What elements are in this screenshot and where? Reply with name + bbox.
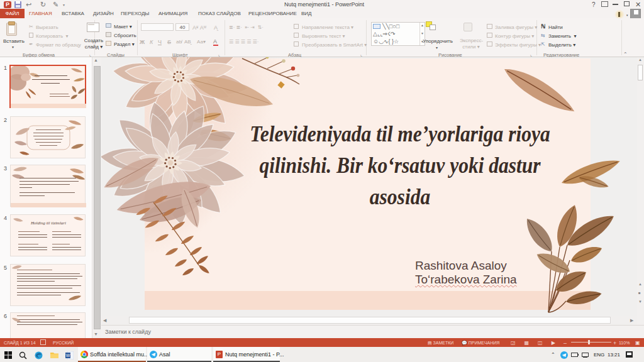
svg-text:W: W [66, 353, 70, 358]
svg-text:Holding til tizimlari: Holding til tizimlari [30, 221, 66, 226]
